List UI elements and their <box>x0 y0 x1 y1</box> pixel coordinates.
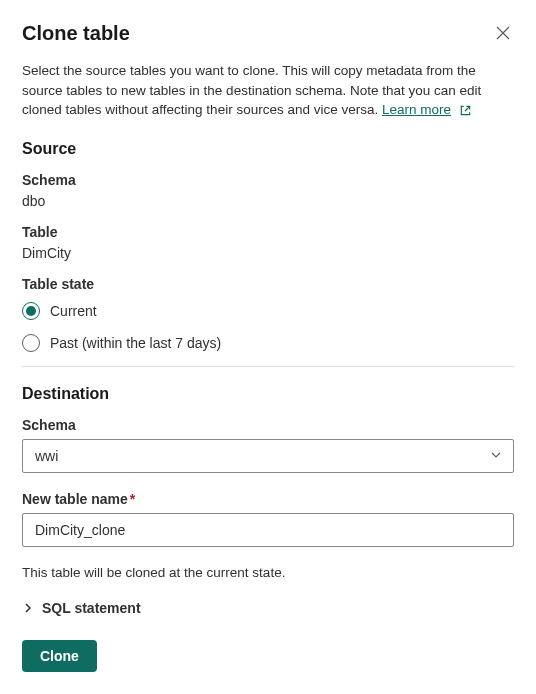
learn-more-link[interactable]: Learn more <box>382 102 451 117</box>
radio-past[interactable]: Past (within the last 7 days) <box>22 334 514 352</box>
external-link-icon <box>459 104 472 117</box>
radio-past-label: Past (within the last 7 days) <box>50 335 221 351</box>
destination-schema-select[interactable]: wwi <box>22 439 514 473</box>
radio-icon <box>22 334 40 352</box>
source-schema-label: Schema <box>22 172 514 188</box>
destination-schema-label: Schema <box>22 417 514 433</box>
new-table-name-label: New table name* <box>22 491 514 507</box>
radio-current-label: Current <box>50 303 97 319</box>
source-schema-value: dbo <box>22 193 45 209</box>
source-heading: Source <box>22 140 514 158</box>
table-state-label: Table state <box>22 276 514 292</box>
radio-icon <box>22 302 40 320</box>
radio-current[interactable]: Current <box>22 302 514 320</box>
destination-heading: Destination <box>22 385 514 403</box>
clone-state-helper: This table will be cloned at the current… <box>22 565 514 580</box>
sql-statement-label: SQL statement <box>42 600 141 616</box>
section-divider <box>22 366 514 367</box>
close-icon <box>496 26 510 43</box>
clone-button[interactable]: Clone <box>22 640 97 672</box>
chevron-right-icon <box>22 602 34 614</box>
required-indicator: * <box>130 491 135 507</box>
sql-statement-expander[interactable]: SQL statement <box>22 596 514 620</box>
source-table-label: Table <box>22 224 514 240</box>
close-button[interactable] <box>492 22 514 47</box>
source-table-value: DimCity <box>22 245 71 261</box>
dialog-description: Select the source tables you want to clo… <box>22 61 514 120</box>
new-table-name-input[interactable] <box>22 513 514 547</box>
dialog-title: Clone table <box>22 22 130 45</box>
